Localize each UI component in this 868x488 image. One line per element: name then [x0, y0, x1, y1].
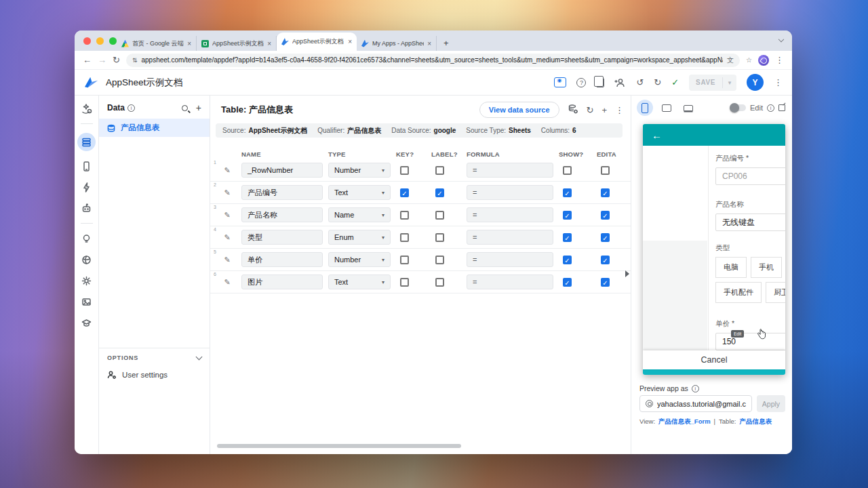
edit-toggle[interactable] — [730, 104, 746, 111]
zoom-window-button[interactable] — [109, 37, 117, 45]
nav-browser-globe-icon[interactable] — [78, 253, 96, 266]
formula-input[interactable]: = — [467, 274, 553, 289]
new-tab-button[interactable]: + — [443, 38, 449, 48]
show-checkbox[interactable]: ✓ — [563, 278, 572, 287]
edit-column-pencil-icon[interactable]: ✎ — [218, 278, 236, 287]
column-name-input[interactable]: 产品编号 — [241, 185, 323, 200]
view-data-source-button[interactable]: View data source — [479, 102, 559, 118]
cancel-button[interactable]: Cancel — [643, 350, 785, 369]
formula-input[interactable]: = — [467, 230, 553, 245]
edit-column-pencil-icon[interactable]: ✎ — [218, 166, 236, 175]
tab-close-icon[interactable]: × — [187, 40, 191, 47]
share-add-person-icon[interactable] — [614, 78, 626, 87]
horizontal-scrollbar[interactable] — [217, 444, 461, 448]
forward-icon[interactable]: → — [98, 56, 106, 64]
label-checkbox[interactable]: ✓ — [435, 188, 444, 197]
back-icon[interactable]: ← — [83, 56, 92, 64]
editable-checkbox[interactable]: ✓ — [601, 233, 610, 242]
key-checkbox[interactable] — [400, 233, 409, 242]
browser-tab[interactable]: 首页 - Google 云端硬盘× — [117, 36, 197, 51]
device-desktop-icon[interactable] — [680, 100, 696, 116]
key-checkbox[interactable] — [400, 256, 409, 264]
editable-checkbox[interactable]: ✓ — [601, 256, 610, 264]
table-menu-icon[interactable]: ⋮ — [615, 106, 624, 115]
column-name-input[interactable]: 图片 — [241, 274, 323, 289]
address-bar[interactable]: ⇅ appsheet.com/template/appdef?appId=b14… — [126, 54, 740, 67]
show-checkbox[interactable]: ✓ — [563, 188, 572, 197]
formula-input[interactable]: = — [467, 163, 553, 178]
site-info-icon[interactable]: ⇅ — [132, 57, 138, 64]
edit-column-pencil-icon[interactable]: ✎ — [218, 256, 236, 264]
device-tablet-icon[interactable] — [658, 100, 675, 116]
user-settings-item[interactable]: User settings — [107, 370, 201, 380]
regenerate-icon[interactable]: ↻ — [587, 106, 594, 115]
tab-close-icon[interactable]: × — [267, 40, 271, 47]
user-avatar[interactable]: Y — [747, 74, 764, 91]
save-button[interactable]: SAVE ▾ — [689, 75, 736, 91]
column-type-select[interactable]: Number▾ — [328, 163, 391, 178]
column-type-select[interactable]: Text▾ — [328, 185, 391, 200]
key-checkbox[interactable] — [400, 278, 409, 287]
key-checkbox[interactable]: ✓ — [400, 188, 409, 197]
back-arrow-icon[interactable]: ← — [652, 129, 662, 141]
show-checkbox[interactable]: ✓ — [563, 233, 572, 242]
product-name-field[interactable]: 无线键盘 — [715, 214, 785, 231]
type-option-chip[interactable]: 手机配件 — [715, 282, 762, 303]
profile-extension-icon[interactable] — [758, 55, 769, 66]
key-checkbox[interactable] — [400, 166, 409, 175]
formula-input[interactable]: = — [467, 252, 553, 267]
formula-input[interactable]: = — [467, 185, 553, 200]
column-name-input[interactable]: 类型 — [241, 230, 323, 245]
label-checkbox[interactable] — [435, 166, 444, 175]
nav-learn-icon[interactable] — [78, 317, 96, 329]
edit-info-icon[interactable]: i — [767, 104, 774, 112]
type-option-chip[interactable]: 手机 — [751, 257, 782, 278]
show-checkbox[interactable] — [563, 166, 572, 175]
browser-tab[interactable]: My Apps - AppSheet× — [357, 36, 437, 51]
help-icon[interactable]: ? — [576, 78, 586, 87]
browser-menu-icon[interactable]: ⋮ — [775, 56, 784, 64]
data-info-icon[interactable]: i — [127, 104, 135, 112]
label-checkbox[interactable] — [435, 256, 444, 264]
nav-settings-gear-icon[interactable] — [78, 274, 96, 287]
key-checkbox[interactable] — [400, 211, 409, 220]
nav-automation-icon[interactable] — [78, 181, 96, 193]
apply-button[interactable]: Apply — [757, 395, 785, 412]
show-checkbox[interactable]: ✓ — [563, 211, 572, 220]
column-name-input[interactable]: 产品名称 — [241, 207, 323, 222]
nav-intelligence-icon[interactable] — [78, 232, 96, 245]
open-in-new-icon[interactable] — [778, 104, 785, 111]
copilot-icon[interactable] — [78, 102, 96, 115]
label-checkbox[interactable] — [435, 233, 444, 242]
browser-tab[interactable]: AppSheet示例文档 - Google× — [197, 36, 277, 51]
nav-data-icon[interactable] — [77, 133, 96, 151]
editable-checkbox[interactable]: ✓ — [601, 188, 610, 197]
column-name-input[interactable]: 单价 — [241, 252, 323, 267]
tab-close-icon[interactable]: × — [427, 40, 431, 47]
edit-column-pencil-icon[interactable]: ✎ — [218, 233, 236, 242]
editable-checkbox[interactable] — [601, 166, 610, 175]
view-link[interactable]: 产品信息表_Form — [658, 418, 711, 426]
column-type-select[interactable]: Text▾ — [328, 274, 391, 289]
browser-tab[interactable]: AppSheet示例文档 - AppShe× — [277, 33, 357, 51]
copy-app-icon[interactable] — [596, 78, 604, 87]
edit-column-pencil-icon[interactable]: ✎ — [218, 188, 236, 197]
redo-icon[interactable]: ↻ — [654, 78, 661, 87]
column-name-input[interactable]: _RowNumber — [241, 163, 323, 178]
panel-collapse-icon[interactable] — [625, 270, 629, 277]
footer-table-link[interactable]: 产品信息表 — [739, 418, 772, 426]
nav-chatbot-icon[interactable] — [78, 202, 96, 214]
reload-icon[interactable]: ↻ — [113, 56, 120, 64]
search-icon[interactable] — [182, 105, 188, 111]
label-checkbox[interactable] — [435, 211, 444, 220]
type-option-chip[interactable]: 厨卫 — [766, 282, 785, 303]
label-checkbox[interactable] — [435, 278, 444, 287]
preview-email-input[interactable]: yahaclass.tutorial@gmail.com — [639, 395, 752, 412]
price-field[interactable]: 150 — [715, 333, 785, 350]
add-table-icon[interactable]: + — [196, 103, 201, 113]
minimize-window-button[interactable] — [96, 37, 104, 45]
editable-checkbox[interactable]: ✓ — [601, 278, 610, 287]
edit-column-pencil-icon[interactable]: ✎ — [218, 211, 236, 220]
add-column-icon[interactable]: + — [601, 106, 607, 115]
app-menu-icon[interactable]: ⋮ — [774, 78, 783, 87]
